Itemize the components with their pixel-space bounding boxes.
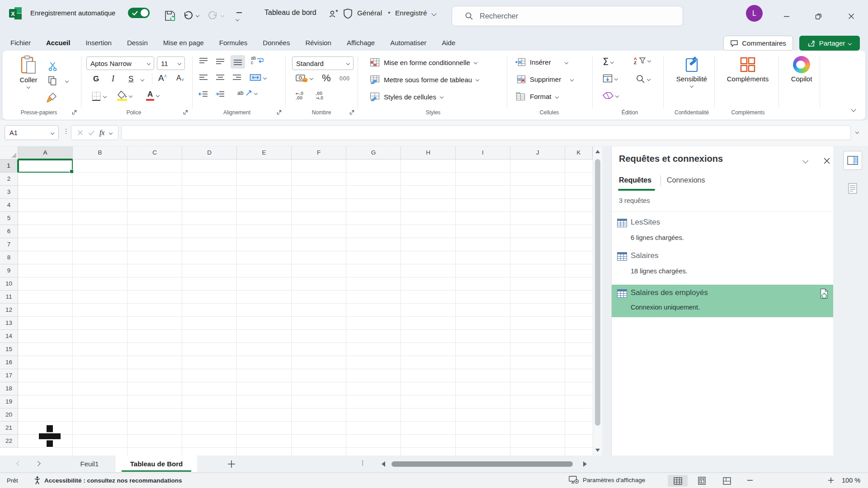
format-painter-button[interactable] [46,92,58,103]
column-header-i[interactable]: I [456,146,510,160]
copy-button[interactable] [48,76,68,86]
fx-dropdown-icon[interactable] [109,131,113,134]
restore-button[interactable] [809,8,827,24]
select-all-corner[interactable] [0,146,18,160]
copy-dropdown-icon[interactable] [65,79,69,83]
format-cells-button[interactable]: Format [515,92,558,101]
column-header-a[interactable]: A [18,146,73,160]
align-right-button[interactable] [232,74,242,82]
sort-filter-dropdown-icon[interactable] [647,59,651,62]
font-name-select[interactable]: Aptos Narrow [86,56,154,70]
query-item-salaires[interactable]: Salaires 18 lignes chargées. [612,249,834,281]
row-header-11[interactable]: 11 [0,291,18,304]
column-header-f[interactable]: F [292,146,346,160]
align-bottom-button[interactable] [231,55,245,69]
quick-access-toolbar-button[interactable] [236,12,242,23]
format-as-table-button[interactable]: Mettre sous forme de tableau [370,75,479,84]
spreadsheet-cells[interactable] [18,160,593,455]
row-header-3[interactable]: 3 [0,186,18,199]
align-middle-button[interactable] [215,57,225,65]
enter-icon[interactable] [88,130,95,136]
page-break-view-button[interactable] [717,475,737,487]
insert-cells-button[interactable]: Insérer [515,58,568,66]
row-header-8[interactable]: 8 [0,251,18,264]
percent-style-button[interactable]: % [322,72,331,84]
redo-button[interactable] [208,10,224,21]
merge-dropdown-icon[interactable] [263,75,267,79]
title-dropdown-icon[interactable] [431,11,436,16]
column-header-g[interactable]: G [346,146,401,160]
column-header-c[interactable]: C [127,146,182,160]
row-header-10[interactable]: 10 [0,277,18,291]
minimize-button[interactable] [778,8,796,24]
column-header-b[interactable]: B [73,146,127,160]
sheet-next-icon[interactable] [35,461,40,466]
decrease-decimal-button[interactable]: ,00→,0 [316,91,323,100]
number-dialog-launcher[interactable] [349,109,355,116]
zoom-level[interactable]: 100 % [842,477,860,484]
page-layout-view-button[interactable] [692,475,712,487]
number-format-dropdown-icon[interactable] [346,61,350,65]
fill-color-button[interactable] [117,90,132,101]
display-settings-button[interactable]: Paramètres d'affichage [569,475,645,484]
orientation-dropdown-icon[interactable] [254,91,258,94]
row-header-5[interactable]: 5 [0,212,18,225]
comments-button[interactable]: Commentaires [723,36,793,51]
fill-color-dropdown-icon[interactable] [129,94,132,97]
font-size-dropdown-icon[interactable] [178,61,181,65]
merge-center-button[interactable] [250,73,266,82]
fill-handle[interactable] [70,169,74,174]
row-header-2[interactable]: 2 [0,173,18,186]
name-box-resize-handle[interactable]: ⋯ [63,128,70,135]
align-center-button[interactable] [215,74,225,82]
bold-button[interactable]: G [93,75,99,84]
pane-close-icon[interactable] [823,157,830,164]
conditional-formatting-dropdown-icon[interactable] [474,61,477,64]
sheet-tab-feuil1[interactable]: Feuil1 [71,455,108,472]
queries-pane-toggle-button[interactable] [843,151,862,170]
query-item-lessites[interactable]: LesSites 6 lignes chargées. [612,215,834,248]
increase-font-size-button[interactable]: A˄ [158,73,167,83]
font-dialog-launcher[interactable] [183,109,189,116]
vertical-scrollbar-thumb[interactable] [595,159,600,426]
collapse-ribbon-icon[interactable] [851,107,856,112]
number-format-select[interactable]: Standard [292,56,354,70]
name-box-dropdown-icon[interactable] [51,131,54,134]
autosave-toggle[interactable] [128,8,150,18]
sheet-menu-icon[interactable]: ⁞ [362,459,363,467]
row-header-12[interactable]: 12 [0,304,18,317]
font-color-button[interactable]: A [146,90,159,101]
scroll-up-icon[interactable] [595,150,600,153]
row-header-17[interactable]: 17 [0,369,18,382]
scroll-down-icon[interactable] [595,449,600,452]
cell-styles-button[interactable]: Styles de cellules [370,92,443,101]
autosum-button[interactable]: Σ [603,56,613,67]
hscroll-right-icon[interactable] [583,461,587,467]
conditional-formatting-button[interactable]: Mise en forme conditionnelle [370,58,477,67]
align-left-button[interactable] [198,74,208,82]
pane-tab-queries[interactable]: Requêtes [619,176,651,184]
row-header-7[interactable]: 7 [0,238,18,251]
row-header-20[interactable]: 20 [0,408,18,422]
decrease-indent-button[interactable] [198,90,208,99]
borders-dropdown-icon[interactable] [103,94,107,98]
clear-button[interactable] [603,92,618,99]
formula-input[interactable] [121,125,851,140]
paste-dropdown-icon[interactable] [27,85,30,89]
delete-cells-button[interactable]: Supprimer [515,75,573,84]
share-button[interactable]: Partager [799,36,860,51]
column-header-d[interactable]: D [182,146,237,160]
avatar[interactable]: L [746,5,763,22]
paste-button[interactable]: Coller [14,55,43,88]
column-header-j[interactable]: J [510,146,565,160]
increase-decimal-button[interactable]: ←,0,00 [296,91,303,100]
fill-down-button[interactable] [603,74,618,83]
sort-filter-button[interactable]: AZ [634,56,651,65]
row-header-21[interactable]: 21 [0,422,18,435]
row-header-14[interactable]: 14 [0,330,18,343]
close-button[interactable] [842,8,860,24]
column-header-h[interactable]: H [401,146,456,160]
zoom-out-button[interactable] [747,475,753,485]
sensitivity-label[interactable]: Général [357,9,382,17]
row-header-16[interactable]: 16 [0,356,18,369]
